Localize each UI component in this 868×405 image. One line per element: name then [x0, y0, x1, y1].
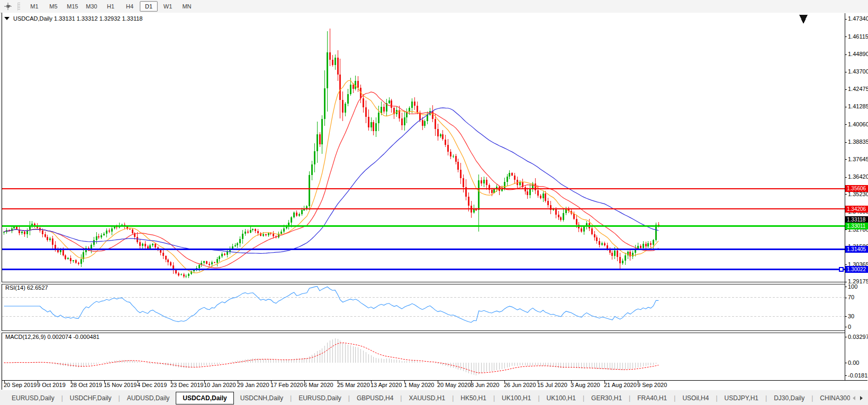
- price-axis-tick: [845, 72, 847, 72]
- chart-tab-usdchf-daily[interactable]: USDCHF,Daily: [64, 392, 118, 404]
- candlesticks: [3, 29, 659, 278]
- price-axis-tick: [845, 264, 847, 265]
- rsi-axis-label: 100: [848, 283, 857, 290]
- chart-menu-icon[interactable]: [4, 17, 10, 20]
- macd-axis-label: 0.032972: [848, 334, 868, 340]
- arrow-left-icon: [853, 396, 855, 400]
- chart-tab-fra40-h1[interactable]: FRA40,H1: [631, 392, 673, 404]
- crosshair-icon: [4, 2, 12, 11]
- date-axis-label: 8 Jun 2020: [471, 382, 499, 388]
- date-axis-label: 20 May 2020: [437, 382, 471, 388]
- hline-selection-handle[interactable]: [839, 268, 843, 271]
- date-axis-label: 17 Feb 2020: [270, 382, 303, 388]
- chart-tab-hk50-h1[interactable]: HK50,H1: [454, 392, 493, 404]
- mt4-terminal: M1M5M15M30H1H4D1W1MN USDCAD,Daily 1.3313…: [0, 0, 868, 405]
- timeframe-button-m30[interactable]: M30: [83, 1, 101, 12]
- chart-tab-china300-h1[interactable]: CHINA300,H1: [813, 392, 850, 404]
- chart-tab-eurusd-daily[interactable]: EURUSD,Daily: [5, 392, 61, 404]
- timeframe-button-m15[interactable]: M15: [64, 1, 82, 12]
- price-axis-tick: [845, 177, 847, 178]
- price-axis-tick: [845, 19, 847, 20]
- bid-price-label: 1.33118: [845, 216, 868, 223]
- chart-tab-eurusd-daily[interactable]: EURUSD,Daily: [292, 392, 348, 404]
- price-axis-tick: [845, 89, 847, 90]
- hline-price-label-1.30022: 1.30022: [845, 266, 868, 273]
- macd-axis-tick: [845, 363, 847, 363]
- tab-scroll-left-button[interactable]: [850, 394, 857, 402]
- macd-signal-line: [4, 343, 659, 373]
- chart-tab-gbpusd-h4[interactable]: GBPUSD,H4: [350, 392, 400, 404]
- chart-tab-ger30-h1[interactable]: GER30,H1: [585, 392, 628, 404]
- date-axis-label: 13 Apr 2020: [370, 382, 402, 388]
- timeframe-button-m5[interactable]: M5: [44, 1, 62, 12]
- rsi-canvas[interactable]: [2, 283, 845, 330]
- macd-axis-tick: [845, 337, 847, 337]
- date-axis-label: 1 May 2020: [404, 382, 434, 388]
- date-axis-label: 4 Dec 2019: [137, 382, 167, 388]
- pane-resize-separator[interactable]: [2, 330, 845, 333]
- rsi-line: [4, 286, 659, 322]
- chart-tab-uk100-h1[interactable]: UK100,H1: [540, 392, 582, 404]
- chart-tab-usoil-h4[interactable]: USOil,H4: [676, 392, 715, 404]
- sma-10-line[interactable]: [4, 80, 659, 273]
- date-axis-label: 26 Jun 2020: [504, 382, 536, 388]
- price-axis-label: 1.38835: [848, 139, 868, 145]
- date-axis-label: 21 Aug 2020: [604, 382, 637, 388]
- date-axis-label: 6 Mar 2020: [304, 382, 333, 388]
- macd-histogram: [4, 338, 659, 375]
- macd-label: MACD(12,26,9) 0.002074 -0.000481: [5, 334, 100, 340]
- chart-tabs: EURUSD,Daily|USDCHF,Daily|AUDUSD,DailyUS…: [0, 392, 850, 404]
- chart-tab-dj30-daily[interactable]: DJ30,Daily: [767, 392, 811, 404]
- date-axis-label: 15 Jul 2020: [537, 382, 567, 388]
- rsi-axis-tick: [845, 327, 847, 327]
- price-axis-label: 1.43700: [848, 68, 868, 75]
- chart-title: USDCAD,Daily 1.33131 1.33312 1.32932 1.3…: [13, 15, 142, 22]
- price-axis-line: [845, 13, 845, 380]
- chart-tab-uk100-h1[interactable]: UK100,H1: [495, 392, 537, 404]
- rsi-axis-label: 0: [848, 324, 851, 330]
- price-axis-label: 1.44890: [848, 51, 868, 58]
- price-axis-label: 1.37645: [848, 156, 868, 163]
- price-axis-label: 1.36420: [848, 173, 868, 180]
- date-axis-label: 9 Oct 2019: [37, 382, 66, 388]
- date-axis-label: 25 Mar 2020: [337, 382, 370, 388]
- price-axis-label: 1.41285: [848, 103, 868, 110]
- sma-50-line[interactable]: [4, 108, 659, 253]
- chart-tab-xauusd-h1[interactable]: XAUUSD,H1: [402, 392, 451, 404]
- tab-scroll-right-button[interactable]: [857, 394, 865, 402]
- pane-resize-separator[interactable]: [2, 282, 845, 284]
- chart-title-row: USDCAD,Daily 1.33131 1.33312 1.32932 1.3…: [4, 15, 142, 22]
- date-axis-label: 20 Sep 2019: [4, 382, 37, 388]
- price-axis-tick: [845, 159, 847, 160]
- macd-canvas[interactable]: [2, 332, 845, 380]
- hline-price-label-1.31405: 1.31405: [845, 246, 868, 253]
- price-axis-tick: [845, 142, 847, 143]
- timeframe-buttons: M1M5M15M30H1H4D1W1MN: [25, 1, 196, 12]
- rsi-axis-label: 70: [848, 294, 854, 301]
- chart-shift-marker[interactable]: [799, 15, 808, 24]
- chart-tab-audusd-daily[interactable]: AUDUSD,Daily: [121, 392, 176, 404]
- rsi-label: RSI(14) 62.6527: [5, 284, 48, 291]
- chart-tab-usdcnh-daily[interactable]: USDCNH,Daily: [234, 392, 290, 404]
- date-axis-label: 9 Sep 2020: [637, 382, 667, 388]
- price-axis-tick: [845, 107, 847, 107]
- timeframe-button-mn[interactable]: MN: [178, 1, 196, 12]
- chart-tab-usdcad-daily[interactable]: USDCAD,Daily: [176, 392, 233, 404]
- timeframe-button-m1[interactable]: M1: [25, 1, 43, 12]
- timeframe-button-w1[interactable]: W1: [159, 1, 177, 12]
- hline-price-label-1.33011: 1.33011: [845, 223, 868, 229]
- toolbar-grip: [17, 3, 20, 11]
- date-axis-label: 15 Nov 2019: [104, 382, 137, 388]
- date-axis-label: 10 Jan 2020: [204, 382, 236, 388]
- rsi-axis-tick: [845, 287, 847, 287]
- price-axis-tick: [845, 124, 847, 125]
- macd-axis-label: -0.018154: [848, 372, 868, 379]
- timeframe-button-h1[interactable]: H1: [102, 1, 120, 12]
- timeframe-button-h4[interactable]: H4: [121, 1, 139, 12]
- timeframe-button-d1[interactable]: D1: [140, 1, 158, 12]
- date-axis-label: 29 Jan 2020: [237, 382, 269, 388]
- time-axis-line: [2, 380, 867, 381]
- price-chart-canvas[interactable]: [2, 13, 845, 282]
- crosshair-tool-button[interactable]: [2, 1, 12, 12]
- chart-tab-usdjpy-h1[interactable]: USDJPY,H1: [718, 392, 765, 404]
